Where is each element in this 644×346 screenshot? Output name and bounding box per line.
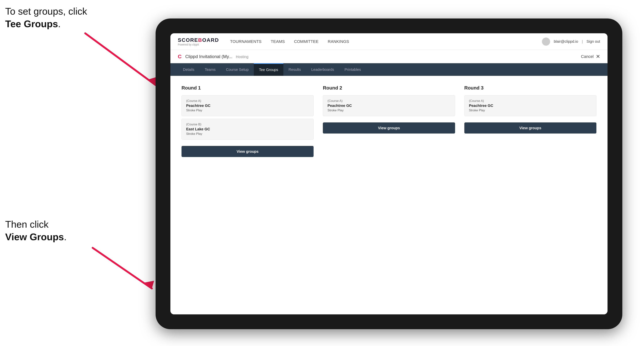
tournament-hosting: Hosting bbox=[236, 55, 248, 59]
round-1-column: Round 1 (Course A) Peachtree GC Stroke P… bbox=[182, 85, 314, 157]
tab-results[interactable]: Results bbox=[284, 63, 306, 76]
instruction-bottom-line1: Then click bbox=[5, 219, 48, 230]
tournament-name: Clippd Invitational (My... Hosting bbox=[185, 54, 581, 59]
nav-right: blair@clippd.io | Sign out bbox=[542, 37, 600, 46]
round-1-course-b-format: Stroke Play bbox=[186, 132, 309, 136]
tab-printables[interactable]: Printables bbox=[339, 63, 366, 76]
nav-teams[interactable]: TEAMS bbox=[271, 39, 285, 44]
cancel-button[interactable]: Cancel bbox=[581, 54, 594, 59]
round-2-course-a-label: (Course A) bbox=[328, 99, 450, 103]
instruction-top: To set groups, click Tee Groups. bbox=[5, 5, 87, 30]
round-2-course-a-name: Peachtree GC bbox=[328, 104, 450, 108]
round-3-course-a-label: (Course A) bbox=[469, 99, 592, 103]
round-1-course-b-card: (Course B) East Lake GC Stroke Play bbox=[182, 119, 314, 140]
tablet-device: SCOREBOARD Powered by clippit TOURNAMENT… bbox=[156, 18, 622, 329]
round-1-view-groups-button[interactable]: View groups bbox=[182, 146, 314, 157]
svg-line-0 bbox=[85, 33, 156, 85]
round-2-title: Round 2 bbox=[323, 85, 455, 91]
nav-links: TOURNAMENTS TEAMS COMMITTEE RANKINGS bbox=[230, 39, 542, 44]
round-2-course-a-card: (Course A) Peachtree GC Stroke Play bbox=[323, 95, 455, 116]
round-3-course-a-format: Stroke Play bbox=[469, 109, 592, 112]
top-nav: SCOREBOARD Powered by clippit TOURNAMENT… bbox=[170, 33, 608, 50]
round-3-title: Round 3 bbox=[464, 85, 596, 91]
round-1-title: Round 1 bbox=[182, 85, 314, 91]
tab-details[interactable]: Details bbox=[178, 63, 200, 76]
round-3-view-groups-button[interactable]: View groups bbox=[464, 122, 596, 134]
nav-tournaments[interactable]: TOURNAMENTS bbox=[230, 39, 262, 44]
tournament-bar: C Clippd Invitational (My... Hosting Can… bbox=[170, 50, 608, 63]
logo-area: SCOREBOARD Powered by clippit bbox=[178, 37, 219, 46]
round-2-course-a-format: Stroke Play bbox=[328, 109, 450, 112]
logo-text: SCOREBOARD bbox=[178, 37, 219, 43]
round-3-course-a-card: (Course A) Peachtree GC Stroke Play bbox=[464, 95, 596, 116]
tournament-logo: C bbox=[178, 54, 182, 60]
rounds-container: Round 1 (Course A) Peachtree GC Stroke P… bbox=[182, 85, 596, 157]
tab-teams[interactable]: Teams bbox=[200, 63, 221, 76]
tab-leaderboards[interactable]: Leaderboards bbox=[306, 63, 339, 76]
round-1-course-a-name: Peachtree GC bbox=[186, 104, 309, 108]
user-avatar bbox=[542, 37, 550, 46]
nav-rankings[interactable]: RANKINGS bbox=[328, 39, 349, 44]
instruction-bottom-bold: View Groups bbox=[5, 231, 64, 242]
logo-sub: Powered by clippit bbox=[178, 43, 219, 46]
round-2-column: Round 2 (Course A) Peachtree GC Stroke P… bbox=[323, 85, 455, 157]
round-1-course-a-format: Stroke Play bbox=[186, 109, 309, 112]
round-1-course-a-label: (Course A) bbox=[186, 99, 309, 103]
main-content: Round 1 (Course A) Peachtree GC Stroke P… bbox=[170, 76, 608, 314]
tab-bar: Details Teams Course Setup Tee Groups Re… bbox=[170, 63, 608, 76]
tab-course-setup[interactable]: Course Setup bbox=[221, 63, 254, 76]
sign-out-link[interactable]: Sign out bbox=[586, 39, 600, 44]
tablet-screen: SCOREBOARD Powered by clippit TOURNAMENT… bbox=[170, 33, 608, 314]
svg-marker-3 bbox=[144, 281, 154, 289]
round-1-course-b-name: East Lake GC bbox=[186, 127, 309, 131]
instruction-top-line1: To set groups, click bbox=[5, 6, 87, 17]
round-1-course-b-label: (Course B) bbox=[186, 123, 309, 126]
svg-line-2 bbox=[92, 248, 152, 289]
user-email: blair@clippd.io bbox=[554, 39, 578, 44]
instruction-top-bold: Tee Groups bbox=[5, 18, 58, 29]
round-3-column: Round 3 (Course A) Peachtree GC Stroke P… bbox=[464, 85, 596, 157]
round-1-course-a-card: (Course A) Peachtree GC Stroke Play bbox=[182, 95, 314, 116]
nav-committee[interactable]: COMMITTEE bbox=[294, 39, 318, 44]
round-3-course-a-name: Peachtree GC bbox=[469, 104, 592, 108]
instruction-bottom: Then click View Groups. bbox=[5, 218, 66, 243]
close-icon[interactable]: ✕ bbox=[596, 53, 600, 60]
round-2-view-groups-button[interactable]: View groups bbox=[323, 122, 455, 134]
tab-tee-groups[interactable]: Tee Groups bbox=[254, 63, 283, 76]
